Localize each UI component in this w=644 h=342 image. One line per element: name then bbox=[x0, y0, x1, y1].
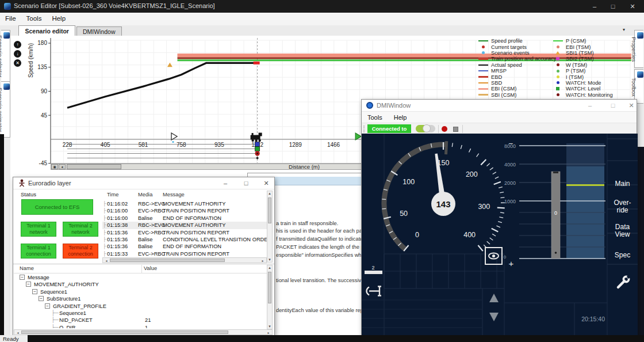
scrollbar-left-button[interactable]: ◂ bbox=[59, 164, 66, 169]
tree-expander[interactable]: − bbox=[39, 296, 44, 301]
tree-col-name[interactable]: Name bbox=[20, 265, 34, 271]
sidebar-tab-scenario-animator[interactable]: Scenario animator bbox=[1, 81, 10, 138]
row-expander[interactable]: ├ bbox=[103, 208, 106, 213]
table-row[interactable]: ├01:15:36EVC->RBCTRAIN POSITION REPORT bbox=[102, 229, 267, 236]
euroradio-minimize-button[interactable]: – bbox=[221, 178, 230, 188]
hscroll-right-arrow[interactable]: ▸ bbox=[260, 259, 265, 263]
dmi-menu-help[interactable]: Help bbox=[388, 112, 413, 121]
dmi-minimize-button[interactable]: – bbox=[585, 101, 595, 110]
dmi-maximize-button[interactable]: □ bbox=[608, 101, 618, 110]
euroradio-maximize-button[interactable]: □ bbox=[241, 178, 251, 188]
table-row[interactable]: ├01:16:00EVC->RBCTRAIN POSITION REPORT bbox=[102, 207, 267, 214]
tree-vscrollbar[interactable]: ▲ ▼ bbox=[267, 265, 273, 329]
message-log-table[interactable]: TimeMediaMessage├01:16:02RBC->EVCMOVEMEN… bbox=[102, 191, 267, 263]
log-header-time[interactable]: Time bbox=[107, 192, 118, 197]
gauge-label: 50 bbox=[400, 210, 408, 218]
dmi-menu-tools[interactable]: Tools bbox=[362, 112, 388, 121]
vscroll-down-arrow[interactable]: ▼ bbox=[267, 258, 272, 261]
close-button[interactable]: ✕ bbox=[628, 2, 637, 11]
table-row[interactable]: ├01:16:00BaliseEND OF INFORMATION bbox=[102, 215, 267, 222]
row-expander[interactable]: ├ bbox=[103, 215, 106, 221]
table-row[interactable]: ├01:15:38RBC->EVCMOVEMENT AUTHORITY bbox=[102, 222, 267, 229]
tree-hscroll-left[interactable]: ◂ bbox=[16, 330, 20, 335]
sidebar-tab-scenario-selector[interactable]: Scenario selector bbox=[1, 30, 10, 82]
tree-expander[interactable]: − bbox=[26, 282, 31, 287]
menu-help[interactable]: Help bbox=[47, 13, 71, 24]
row-expander[interactable]: ├ bbox=[103, 222, 106, 227]
hscroll-thumb[interactable] bbox=[110, 259, 225, 262]
planning-zoom-in-button[interactable]: + bbox=[509, 259, 514, 268]
dmi-button-main[interactable]: Main bbox=[608, 173, 637, 195]
message-log-hscrollbar[interactable]: ◂ ▸ bbox=[102, 257, 267, 263]
dot-marker-icon bbox=[557, 63, 559, 66]
sidebar-tab-properties[interactable]: Properties bbox=[634, 30, 643, 68]
dmi-button-data-view[interactable]: Data View bbox=[608, 219, 637, 243]
terminal1-network-button[interactable]: Terminal 1 network bbox=[21, 222, 56, 237]
table-row[interactable]: ├01:15:36BaliseEND OF INFORMATION bbox=[102, 243, 267, 250]
row-expander[interactable]: ├ bbox=[103, 201, 106, 206]
record-button[interactable] bbox=[442, 126, 447, 132]
tree-vscroll-thumb[interactable] bbox=[268, 272, 271, 303]
tree-col-value[interactable]: Value bbox=[144, 265, 157, 271]
row-expander[interactable]: ├ bbox=[103, 237, 106, 242]
row-expander[interactable]: ├ bbox=[103, 251, 106, 256]
tree-vscroll-down[interactable]: ▼ bbox=[267, 325, 272, 328]
tree-expander[interactable]: − bbox=[20, 275, 25, 280]
tree-row[interactable]: ├─Q_DIR1 bbox=[14, 324, 267, 328]
connected-to-efs-button[interactable]: Connected to EFS bbox=[21, 199, 93, 215]
minimize-button[interactable]: – bbox=[590, 2, 599, 11]
dmi-button-override[interactable]: Over- ride bbox=[608, 195, 637, 219]
dmi-connection-toggle[interactable] bbox=[416, 125, 435, 132]
log-header-message[interactable]: Message bbox=[163, 192, 185, 197]
row-expander[interactable]: ├ bbox=[103, 230, 106, 235]
table-row[interactable]: ├01:15:33EVC->RBCTRAIN POSITION REPORT bbox=[102, 250, 267, 257]
scrollbar-origin-button[interactable]: ◉ bbox=[51, 164, 58, 169]
table-row[interactable]: ├01:16:02RBC->EVCMOVEMENT AUTHORITY bbox=[102, 200, 267, 207]
tree-row[interactable]: −MOVEMENT_AUTHORITY bbox=[14, 281, 267, 288]
chart-close-button[interactable]: ✕ bbox=[14, 59, 21, 67]
maximize-button[interactable]: □ bbox=[608, 2, 618, 11]
gauge-label: 400 bbox=[463, 231, 476, 239]
vscroll-up-arrow[interactable]: ▲ bbox=[267, 192, 272, 195]
stop-button[interactable] bbox=[453, 127, 458, 132]
table-row[interactable]: ├01:15:36BaliseCONDITIONAL LEVEL TRANSIT… bbox=[102, 236, 267, 243]
tree-row[interactable]: −Sequence1 bbox=[14, 288, 267, 295]
dmi-down-arrow-button[interactable] bbox=[489, 313, 499, 321]
vscroll-thumb[interactable] bbox=[268, 197, 271, 223]
tree-row[interactable]: −GRADIENT_PROFILE bbox=[14, 303, 267, 310]
tree-vscroll-up[interactable]: ▲ bbox=[267, 266, 272, 269]
terminal2-network-button[interactable]: Terminal 2 network bbox=[63, 222, 98, 237]
message-log-vscrollbar[interactable]: ▲ ▼ bbox=[267, 191, 273, 263]
log-header-media[interactable]: Media bbox=[138, 192, 152, 197]
terminal1-connection-button[interactable]: Terminal 1 connection bbox=[21, 244, 56, 259]
tree-hscroll-thumb[interactable] bbox=[21, 330, 228, 334]
tree-row[interactable]: −SubStructure1 bbox=[14, 295, 267, 302]
row-expander[interactable]: ├ bbox=[103, 244, 106, 249]
tab-dmiwindow[interactable]: DMIWindow bbox=[76, 26, 122, 36]
euroradio-close-button[interactable]: ✕ bbox=[262, 178, 271, 188]
planning-zoom-out-button[interactable]: − bbox=[508, 139, 513, 148]
dmi-settings-button[interactable] bbox=[608, 267, 637, 298]
tree-expander[interactable]: − bbox=[45, 303, 50, 309]
hscroll-left-arrow[interactable]: ◂ bbox=[104, 259, 109, 263]
tree-hscrollbar[interactable]: ◂ ▸ bbox=[14, 329, 273, 335]
menu-tools[interactable]: Tools bbox=[21, 13, 47, 24]
tab-overflow-dropdown[interactable]: ▾ bbox=[623, 27, 625, 32]
chart-move-down-button[interactable]: ↓ bbox=[14, 50, 21, 58]
gauge-label: 100 bbox=[402, 178, 415, 186]
scrollbar-thumb[interactable] bbox=[67, 164, 121, 169]
sidebar-tab-toolbox[interactable]: Toolbox bbox=[634, 69, 643, 104]
chart-move-up-button[interactable]: ↑ bbox=[14, 41, 21, 48]
dmi-close-button[interactable]: ✕ bbox=[627, 101, 636, 110]
y-axis-label: Speed (km/h) bbox=[28, 35, 34, 86]
tree-hscroll-right[interactable]: ▸ bbox=[266, 330, 271, 335]
terminal2-connection-button[interactable]: Terminal 2 connection bbox=[63, 244, 98, 259]
dmi-up-arrow-button[interactable] bbox=[489, 294, 499, 302]
dmi-button-spec[interactable]: Spec bbox=[608, 243, 637, 267]
menu-file[interactable]: File bbox=[0, 13, 21, 24]
tree-expander[interactable]: − bbox=[32, 289, 37, 294]
tree-row[interactable]: −Message bbox=[14, 274, 267, 281]
message-detail-tree[interactable]: −Message−MOVEMENT_AUTHORITY−Sequence1−Su… bbox=[14, 273, 267, 328]
tree-row[interactable]: ├─Sequence1 bbox=[14, 310, 267, 317]
tree-row[interactable]: ├─NID_PACKET21 bbox=[14, 317, 267, 324]
